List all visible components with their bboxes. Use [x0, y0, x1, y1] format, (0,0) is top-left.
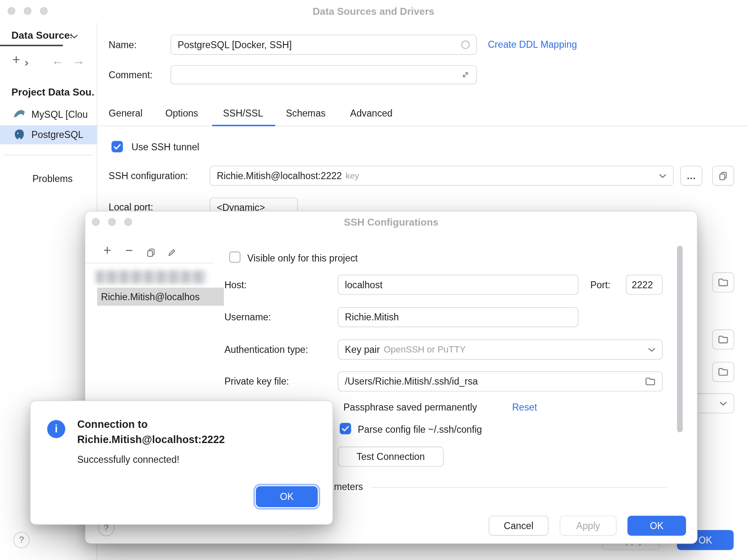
chevron-down-icon — [648, 348, 656, 352]
sidebar-header[interactable]: Data Sources — [12, 30, 72, 41]
folder-icon — [718, 368, 728, 376]
toolbar-divider — [85, 263, 214, 263]
test-connection-button[interactable]: Test Connection — [338, 447, 444, 467]
tabs-divider — [97, 126, 747, 126]
sidebar-item-problems[interactable]: Problems — [33, 173, 73, 184]
notification-title-line1: Connection to — [77, 418, 147, 430]
parse-config-label: Parse config file ~/.ssh/config — [358, 424, 482, 435]
status-circle-icon — [461, 40, 470, 49]
chevron-down-icon — [659, 174, 667, 178]
project-data-sources-header: Project Data Sou. — [12, 86, 96, 98]
scrollbar-thumb[interactable] — [677, 246, 683, 432]
auth-type-combobox[interactable]: Key pair OpenSSH or PuTTY — [338, 340, 663, 360]
duplicate-configuration-button[interactable] — [146, 247, 156, 257]
edit-configuration-button[interactable] — [167, 247, 177, 257]
port-value: 2222 — [632, 279, 653, 290]
section-rule — [371, 487, 668, 488]
add-configuration-button[interactable]: + — [103, 243, 111, 258]
port-input[interactable]: 2222 — [626, 275, 663, 295]
sidebar-header-underline — [0, 45, 63, 46]
chevron-right-icon — [25, 61, 28, 66]
auth-type-value: Key pair — [345, 344, 380, 355]
host-label: Host: — [224, 280, 247, 291]
visible-only-checkbox[interactable] — [229, 252, 240, 263]
sidebar-item-mysql[interactable]: MySQL [Clou — [0, 105, 97, 124]
ssh-configuration-value: Richie.Mitish@localhost:2222 — [217, 170, 342, 181]
tab-general[interactable]: General — [109, 108, 142, 119]
sidebar-item-label: MySQL [Clou — [31, 109, 95, 120]
reset-passphrase-link[interactable]: Reset — [512, 402, 537, 413]
host-value: localhost — [345, 279, 383, 290]
port-label: Port: — [590, 280, 610, 291]
remove-configuration-button[interactable]: − — [125, 243, 133, 258]
notification-message: Successfully connected! — [77, 454, 179, 465]
visible-only-label: Visible only for this project — [247, 253, 357, 264]
expand-arrows-icon[interactable] — [461, 70, 470, 79]
cancel-button[interactable]: Cancel — [489, 516, 549, 536]
folder-button[interactable] — [712, 329, 734, 350]
host-input[interactable]: localhost — [338, 275, 578, 295]
sidebar-item-postgresql[interactable]: PostgreSQL — [0, 125, 97, 144]
sidebar-item-label: PostgreSQL — [31, 130, 83, 141]
name-input[interactable]: PostgreSQL [Docker, SSH] — [170, 35, 477, 55]
create-ddl-mapping-link[interactable]: Create DDL Mapping — [488, 39, 577, 50]
ssh-configuration-combobox[interactable]: Richie.Mitish@localhost:2222 key — [210, 166, 674, 186]
list-item-label: Richie.Mitish@localhos — [101, 291, 200, 302]
tab-schemas[interactable]: Schemas — [286, 108, 325, 119]
list-item-selected[interactable]: Richie.Mitish@localhos — [97, 288, 224, 306]
add-data-source-button[interactable]: + — [12, 52, 20, 68]
folder-button[interactable] — [712, 362, 734, 382]
postgres-icon — [13, 128, 26, 141]
folder-icon[interactable] — [645, 377, 655, 386]
comment-label: Comment: — [109, 70, 153, 81]
use-ssh-tunnel-label: Use SSH tunnel — [131, 142, 199, 153]
private-key-value: /Users/Richie.Mitish/.ssh/id_rsa — [345, 376, 642, 387]
passphrase-status-text: Passphrase saved permanently — [343, 402, 477, 413]
ssh-configuration-label: SSH configuration: — [109, 170, 188, 182]
section-header-partial: meters — [334, 481, 363, 492]
copy-icon — [146, 247, 156, 257]
use-ssh-tunnel-checkbox[interactable] — [112, 141, 123, 152]
help-button[interactable]: ? — [13, 532, 29, 548]
parse-config-checkbox[interactable] — [340, 423, 351, 434]
private-key-input[interactable]: /Users/Richie.Mitish/.ssh/id_rsa — [338, 371, 663, 392]
username-input[interactable]: Richie.Mitish — [338, 307, 578, 327]
dialog-title: SSH Configurations — [85, 217, 697, 228]
info-icon: i — [47, 420, 65, 438]
copy-icon — [719, 171, 728, 180]
edit-pencil-icon — [167, 247, 177, 257]
notification-title-line2: Richie.Mitish@localhost:2222 — [77, 433, 225, 446]
username-value: Richie.Mitish — [345, 312, 399, 323]
apply-button[interactable]: Apply — [560, 516, 616, 536]
back-button[interactable]: ← — [51, 54, 64, 68]
ssh-configuration-hint: key — [346, 171, 655, 181]
tab-advanced[interactable]: Advanced — [350, 108, 392, 119]
more-options-button[interactable]: … — [680, 166, 702, 186]
screen: Data Sources and Drivers Data Sources + … — [0, 0, 747, 560]
folder-button[interactable] — [712, 272, 734, 292]
name-value: PostgreSQL [Docker, SSH] — [178, 39, 458, 50]
active-tab-underline — [212, 125, 275, 126]
tab-options[interactable]: Options — [165, 108, 198, 119]
auth-type-hint: OpenSSH or PuTTY — [384, 344, 644, 355]
forward-button[interactable]: → — [72, 54, 85, 68]
copy-config-button[interactable] — [712, 166, 734, 186]
username-label: Username: — [224, 312, 271, 323]
tab-ssh-ssl[interactable]: SSH/SSL — [223, 108, 263, 119]
ok-button[interactable]: OK — [628, 516, 686, 536]
chevron-down-icon[interactable] — [70, 34, 78, 38]
connection-success-notification: i Connection to Richie.Mitish@localhost:… — [30, 401, 333, 525]
auth-type-label: Authentication type: — [224, 344, 308, 355]
sidebar-divider — [4, 155, 93, 155]
folder-icon — [718, 335, 728, 344]
notification-ok-button[interactable]: OK — [256, 486, 317, 507]
comment-input[interactable] — [170, 65, 477, 84]
private-key-label: Private key file: — [224, 376, 289, 387]
folder-icon — [718, 278, 728, 287]
mysql-icon — [13, 109, 26, 119]
chevron-down-icon — [719, 401, 727, 405]
list-item-redacted[interactable] — [96, 271, 206, 284]
name-label: Name: — [109, 40, 137, 51]
window-title: Data Sources and Drivers — [0, 6, 747, 17]
